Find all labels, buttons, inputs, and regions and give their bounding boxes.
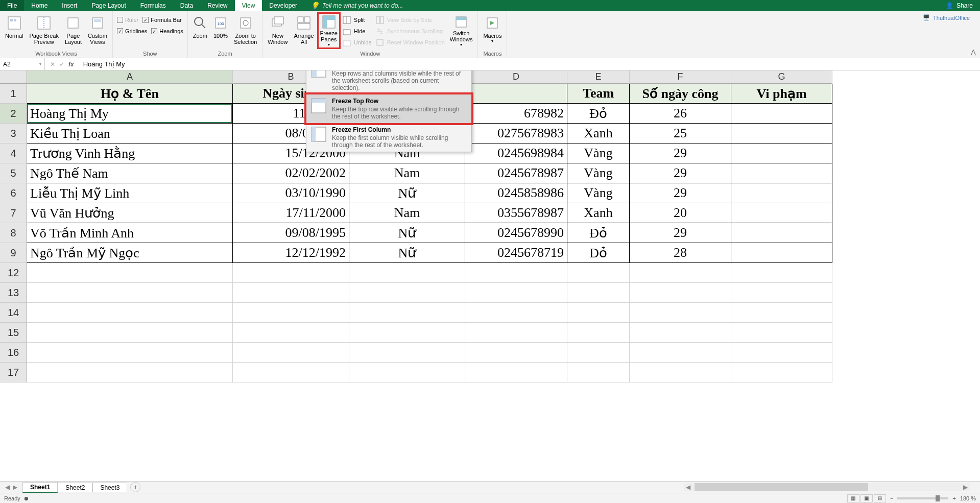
cell[interactable]: 0245678990 [465, 223, 567, 243]
cell[interactable]: Vũ Văn Hưởng [27, 203, 233, 223]
empty-cell[interactable] [349, 343, 465, 363]
chevron-down-icon[interactable]: ▾ [39, 62, 41, 66]
cell[interactable]: Nam [349, 203, 465, 223]
empty-cell[interactable] [731, 263, 832, 283]
scroll-right-icon[interactable]: ▶ [961, 484, 970, 491]
empty-cell[interactable] [567, 343, 630, 363]
page-break-view-button[interactable]: ⊞ [874, 494, 886, 502]
cell[interactable] [731, 124, 832, 143]
empty-cell[interactable] [630, 263, 731, 283]
normal-button[interactable]: Normal [2, 12, 26, 49]
cell[interactable] [731, 203, 832, 223]
share-button[interactable]: 👤Share [939, 2, 980, 9]
select-all-corner[interactable] [0, 70, 27, 84]
cell[interactable]: 09/08/1995 [233, 223, 349, 243]
cell[interactable]: Xanh [567, 124, 630, 143]
zoom-slider[interactable] [897, 497, 948, 499]
macro-rec-icon[interactable]: ⏺ [23, 495, 29, 501]
cell[interactable] [731, 143, 832, 163]
cancel-icon[interactable]: ✕ [50, 61, 55, 68]
zoom-thumb[interactable] [936, 495, 940, 501]
row-head-15[interactable]: 15 [0, 323, 27, 343]
row-head-4[interactable]: 4 [0, 143, 27, 163]
empty-cell[interactable] [465, 343, 567, 363]
sheet-nav[interactable]: ◀▶ [0, 484, 22, 491]
header-cell[interactable]: Họ & Tên [27, 84, 233, 104]
empty-cell[interactable] [465, 303, 567, 323]
split-button[interactable]: Split [341, 14, 374, 26]
arrange-all-button[interactable]: Arrange All [291, 12, 317, 49]
custom-views-button[interactable]: Custom Views [85, 12, 110, 49]
empty-cell[interactable] [567, 283, 630, 303]
cell[interactable]: 678982 [465, 104, 567, 124]
zoom-value[interactable]: 180 % [960, 495, 976, 501]
cell[interactable]: 02/02/2002 [233, 163, 349, 183]
empty-cell[interactable] [349, 283, 465, 303]
new-window-button[interactable]: New Window [265, 12, 291, 49]
empty-cell[interactable] [630, 303, 731, 323]
zoom-out-button[interactable]: − [890, 495, 893, 501]
cell[interactable]: 29 [630, 183, 731, 203]
freeze-first-col-item[interactable]: Freeze First ColumnKeep the first column… [306, 123, 471, 152]
cell[interactable]: Vàng [567, 163, 630, 183]
nav-left-icon[interactable]: ◀ [5, 484, 10, 491]
cell[interactable] [731, 243, 832, 263]
row-head-5[interactable]: 5 [0, 163, 27, 183]
cell[interactable]: Đỏ [567, 104, 630, 124]
cell[interactable]: 25 [630, 124, 731, 143]
cell[interactable]: 03/10/1990 [233, 183, 349, 203]
tab-data[interactable]: Data [173, 0, 200, 11]
row-head-8[interactable]: 8 [0, 223, 27, 243]
row-head-12[interactable]: 12 [0, 263, 27, 283]
empty-cell[interactable] [630, 283, 731, 303]
header-cell[interactable]: Số ngày công [630, 84, 731, 104]
tab-insert[interactable]: Insert [55, 0, 84, 11]
cell[interactable] [731, 104, 832, 124]
header-cell[interactable]: Vi phạm [731, 84, 832, 104]
cell[interactable]: Nữ [349, 183, 465, 203]
fx-icon[interactable]: fx [68, 61, 74, 68]
formula-text[interactable]: Hoàng Thị My [79, 60, 129, 68]
sheet-tab-3[interactable]: Sheet3 [92, 483, 127, 492]
cell[interactable]: 12/12/1992 [233, 243, 349, 263]
cell[interactable]: Nữ [349, 223, 465, 243]
freeze-panes-button[interactable]: Freeze Panes▾ [317, 12, 341, 49]
empty-cell[interactable] [567, 263, 630, 283]
cell[interactable]: 20 [630, 203, 731, 223]
empty-cell[interactable] [465, 363, 567, 382]
cell[interactable]: Đỏ [567, 243, 630, 263]
empty-cell[interactable] [27, 283, 233, 303]
horizontal-scrollbar[interactable]: ◀▶ [684, 483, 970, 491]
cell[interactable]: Kiều Thị Loan [27, 124, 233, 143]
tab-formulas[interactable]: Formulas [133, 0, 173, 11]
empty-cell[interactable] [731, 303, 832, 323]
row-head-1[interactable]: 1 [0, 84, 27, 104]
header-cell[interactable] [465, 84, 567, 104]
scroll-left-icon[interactable]: ◀ [684, 484, 692, 491]
sheet-tab-1[interactable]: Sheet1 [22, 482, 58, 493]
tab-developer[interactable]: Developer [262, 0, 304, 11]
tab-review[interactable]: Review [200, 0, 234, 11]
freeze-top-row-item[interactable]: Freeze Top RowKeep the top row visible w… [306, 94, 471, 123]
cell[interactable]: 29 [630, 143, 731, 163]
empty-cell[interactable] [630, 363, 731, 382]
cell[interactable]: Nữ [349, 243, 465, 263]
empty-cell[interactable] [27, 303, 233, 323]
zoom-100-button[interactable]: 100100% [210, 12, 231, 49]
col-head-a[interactable]: A [27, 70, 233, 84]
cell[interactable]: 0245698984 [465, 143, 567, 163]
scroll-thumb[interactable] [695, 483, 868, 491]
row-head-3[interactable]: 3 [0, 124, 27, 143]
empty-cell[interactable] [233, 343, 349, 363]
col-head-g[interactable]: G [731, 70, 832, 84]
empty-cell[interactable] [233, 303, 349, 323]
nav-right-icon[interactable]: ▶ [13, 484, 17, 491]
row-head-6[interactable]: 6 [0, 183, 27, 203]
empty-cell[interactable] [465, 283, 567, 303]
empty-cell[interactable] [465, 263, 567, 283]
cell[interactable] [731, 223, 832, 243]
gridlines-check[interactable]: Gridlines [115, 26, 149, 37]
cell[interactable] [731, 183, 832, 203]
empty-cell[interactable] [731, 343, 832, 363]
row-head-9[interactable]: 9 [0, 243, 27, 263]
